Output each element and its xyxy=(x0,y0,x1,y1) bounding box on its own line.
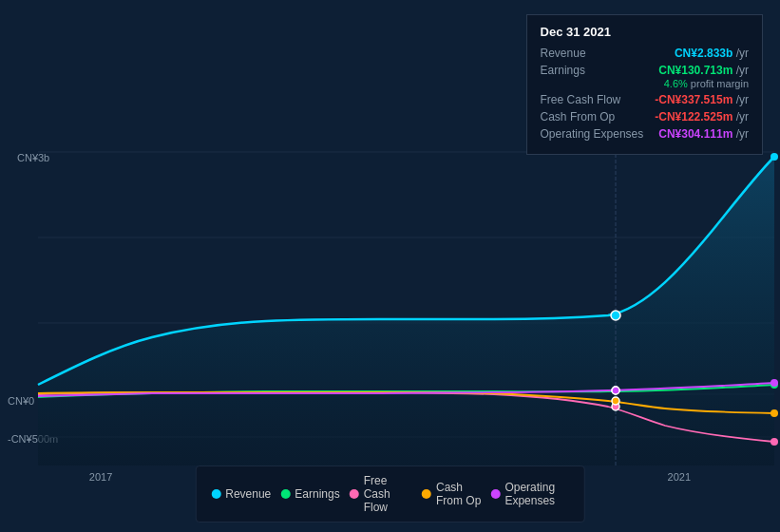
tooltip-label-cashop: Cash From Op xyxy=(541,110,616,124)
svg-point-11 xyxy=(770,153,778,161)
svg-point-9 xyxy=(612,397,619,405)
svg-point-6 xyxy=(611,311,620,320)
svg-point-10 xyxy=(612,387,619,394)
chart-svg xyxy=(0,142,780,466)
legend-label-fcf: Free Cash Flow xyxy=(364,474,412,514)
tooltip-row-earnings: Earnings CN¥130.713m /yr xyxy=(541,64,749,77)
tooltip-value-opex: CN¥304.111m /yr xyxy=(658,127,749,141)
tooltip-row-cashop: Cash From Op -CN¥122.525m /yr xyxy=(541,110,749,124)
x-label-2021: 2021 xyxy=(668,471,691,483)
tooltip-label-revenue: Revenue xyxy=(541,47,586,60)
legend-item-earnings[interactable]: Earnings xyxy=(280,487,339,501)
tooltip-label-earnings: Earnings xyxy=(541,64,585,77)
tooltip-value-fcf: -CN¥337.515m /yr xyxy=(655,93,749,106)
x-label-2017: 2017 xyxy=(89,471,112,483)
tooltip-date: Dec 31 2021 xyxy=(541,25,749,39)
legend: Revenue Earnings Free Cash Flow Cash Fro… xyxy=(195,466,585,522)
legend-label-earnings: Earnings xyxy=(295,487,339,501)
legend-item-fcf[interactable]: Free Cash Flow xyxy=(350,474,412,514)
tooltip-label-opex: Operating Expenses xyxy=(541,127,644,141)
tooltip-row-opex: Operating Expenses CN¥304.111m /yr xyxy=(541,127,749,141)
legend-dot-fcf xyxy=(350,489,359,499)
legend-label-cashop: Cash From Op xyxy=(436,481,481,507)
legend-dot-cashop xyxy=(422,489,431,499)
svg-point-14 xyxy=(770,409,778,417)
tooltip-row-revenue: Revenue CN¥2.833b /yr xyxy=(541,47,749,60)
legend-dot-opex xyxy=(490,489,500,499)
legend-item-opex[interactable]: Operating Expenses xyxy=(490,481,568,507)
tooltip-row-fcf: Free Cash Flow -CN¥337.515m /yr xyxy=(541,93,749,106)
tooltip-value-earnings: CN¥130.713m /yr xyxy=(658,64,749,77)
legend-dot-revenue xyxy=(211,489,220,499)
chart-container: Dec 31 2021 Revenue CN¥2.833b /yr Earnin… xyxy=(0,0,780,532)
svg-point-15 xyxy=(770,379,778,387)
tooltip-value-cashop: -CN¥122.525m /yr xyxy=(655,110,749,124)
legend-item-revenue[interactable]: Revenue xyxy=(211,487,271,501)
legend-item-cashop[interactable]: Cash From Op xyxy=(422,481,481,507)
tooltip-label-fcf: Free Cash Flow xyxy=(541,93,621,106)
legend-dot-earnings xyxy=(280,489,290,499)
tooltip-profit-margin: 4.6% profit margin xyxy=(541,78,749,89)
svg-point-13 xyxy=(770,438,778,446)
tooltip-box: Dec 31 2021 Revenue CN¥2.833b /yr Earnin… xyxy=(526,14,763,155)
legend-label-opex: Operating Expenses xyxy=(504,481,568,507)
legend-label-revenue: Revenue xyxy=(225,487,271,501)
tooltip-value-revenue: CN¥2.833b /yr xyxy=(675,47,749,60)
